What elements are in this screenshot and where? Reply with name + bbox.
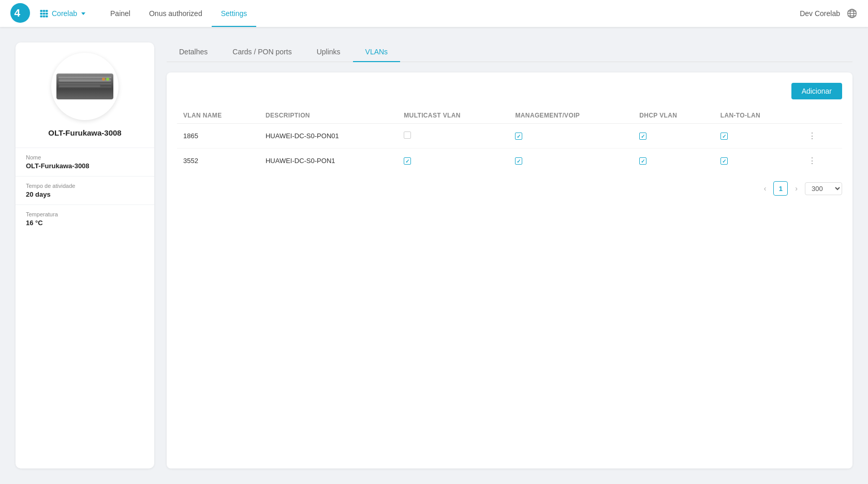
brand-label: Corelab xyxy=(52,9,77,18)
col-description: Description xyxy=(259,108,398,124)
svg-text:4: 4 xyxy=(14,6,21,18)
checkbox-checked[interactable] xyxy=(639,133,646,140)
col-actions xyxy=(799,108,842,124)
prev-page-button[interactable]: ‹ xyxy=(760,182,771,195)
actions-cell[interactable]: ⋮ xyxy=(799,124,842,149)
nav-onus[interactable]: Onus authorized xyxy=(140,0,212,27)
info-label-tempo: Tempo de atividade xyxy=(26,183,144,189)
info-value-tempo: 20 days xyxy=(26,190,144,198)
col-dhcp: DHCP VLAN xyxy=(633,108,714,124)
tab-uplinks[interactable]: Uplinks xyxy=(304,42,353,62)
globe-icon[interactable] xyxy=(846,8,858,19)
main-content: OLT-Furukawa-3008 Nome OLT-Furukawa-3008… xyxy=(0,27,868,484)
table-card: Adicionar VLAN Name Description MULTICAS… xyxy=(167,72,852,468)
more-actions-button[interactable]: ⋮ xyxy=(805,130,819,142)
col-management: MANAGEMENT/VOIP xyxy=(509,108,633,124)
info-value-temperatura: 16 °C xyxy=(26,219,144,227)
table-row: 1865HUAWEI-DC-S0-PON01⋮ xyxy=(177,124,842,149)
info-value-nome: OLT-Furukawa-3008 xyxy=(26,162,144,170)
svg-rect-3 xyxy=(43,10,46,12)
pagination-row: ‹ 1 › 100 200 300 500 xyxy=(177,181,842,196)
info-row-tempo: Tempo de atividade 20 days xyxy=(16,176,154,204)
checkbox-checked[interactable] xyxy=(515,133,522,140)
next-page-button[interactable]: › xyxy=(791,182,802,195)
svg-rect-6 xyxy=(43,13,46,15)
device-image xyxy=(56,74,113,99)
tab-vlans[interactable]: VLANs xyxy=(353,42,401,62)
checkbox-unchecked[interactable] xyxy=(404,131,411,139)
tabs-bar: Detalhes Cards / PON ports Uplinks VLANs xyxy=(167,42,852,62)
table-header-row-el: VLAN Name Description MULTICAST VLAN MAN… xyxy=(177,108,842,124)
more-actions-button[interactable]: ⋮ xyxy=(805,155,819,167)
checkbox-cell[interactable] xyxy=(398,149,509,173)
checkbox-cell[interactable] xyxy=(633,149,714,173)
info-row-temperatura: Temperatura 16 °C xyxy=(16,204,154,233)
user-label: Dev Corelab xyxy=(800,9,840,18)
table-body: 1865HUAWEI-DC-S0-PON01⋮3552HUAWEI-DC-S0-… xyxy=(177,124,842,173)
tab-detalhes[interactable]: Detalhes xyxy=(167,42,220,62)
checkbox-checked[interactable] xyxy=(404,157,411,165)
table-row: 3552HUAWEI-DC-S0-PON1⋮ xyxy=(177,149,842,173)
tab-cards[interactable]: Cards / PON ports xyxy=(220,42,304,62)
svg-rect-10 xyxy=(46,16,48,18)
device-info: Nome OLT-Furukawa-3008 Tempo de atividad… xyxy=(16,148,154,233)
info-label-temperatura: Temperatura xyxy=(26,211,144,217)
svg-rect-5 xyxy=(40,13,43,15)
checkbox-cell[interactable] xyxy=(714,149,799,173)
add-button[interactable]: Adicionar xyxy=(791,83,842,99)
device-name: OLT-Furukawa-3008 xyxy=(40,128,129,137)
vlan-name-cell: 1865 xyxy=(177,124,259,149)
brand-dropdown[interactable]: Corelab xyxy=(39,9,85,18)
checkbox-checked[interactable] xyxy=(515,157,522,165)
page-size-select[interactable]: 100 200 300 500 xyxy=(805,182,842,195)
table-head: VLAN Name Description MULTICAST VLAN MAN… xyxy=(177,108,842,124)
header-right: Dev Corelab xyxy=(800,8,858,19)
col-lan: LAN-TO-LAN xyxy=(714,108,799,124)
description-cell[interactable]: HUAWEI-DC-S0-PON1 xyxy=(259,149,398,173)
vlan-name-cell: 3552 xyxy=(177,149,259,173)
current-page: 1 xyxy=(773,181,788,196)
checkbox-cell[interactable] xyxy=(509,149,633,173)
checkbox-cell[interactable] xyxy=(714,124,799,149)
nav-settings[interactable]: Settings xyxy=(212,0,257,27)
logo[interactable]: 4 xyxy=(10,3,39,24)
description-cell[interactable]: HUAWEI-DC-S0-PON01 xyxy=(259,124,398,149)
col-vlan-name: VLAN Name xyxy=(177,108,259,124)
svg-rect-7 xyxy=(46,13,48,15)
checkbox-checked[interactable] xyxy=(720,133,728,140)
brand-icon xyxy=(39,9,49,18)
checkbox-cell[interactable] xyxy=(633,124,714,149)
main-nav: Painel Onus authorized Settings xyxy=(101,0,800,27)
header: 4 Corelab Painel Onus authorized Setting… xyxy=(0,0,868,27)
checkbox-cell[interactable] xyxy=(398,124,509,149)
data-table: VLAN Name Description MULTICAST VLAN MAN… xyxy=(177,108,842,173)
chevron-down-icon xyxy=(81,12,85,15)
svg-rect-4 xyxy=(46,10,48,12)
checkbox-cell[interactable] xyxy=(509,124,633,149)
svg-rect-8 xyxy=(40,16,43,18)
right-content: Detalhes Cards / PON ports Uplinks VLANs… xyxy=(167,42,852,468)
checkbox-checked[interactable] xyxy=(720,157,728,165)
info-row-nome: Nome OLT-Furukawa-3008 xyxy=(16,148,154,176)
device-avatar xyxy=(51,53,119,120)
checkbox-checked[interactable] xyxy=(639,157,646,165)
actions-cell[interactable]: ⋮ xyxy=(799,149,842,173)
info-label-nome: Nome xyxy=(26,154,144,160)
svg-rect-2 xyxy=(40,10,43,12)
nav-painel[interactable]: Painel xyxy=(101,0,140,27)
table-header-row: Adicionar xyxy=(177,83,842,99)
col-multicast: MULTICAST VLAN xyxy=(398,108,509,124)
sidebar-card: OLT-Furukawa-3008 Nome OLT-Furukawa-3008… xyxy=(16,42,154,468)
svg-rect-9 xyxy=(43,16,46,18)
